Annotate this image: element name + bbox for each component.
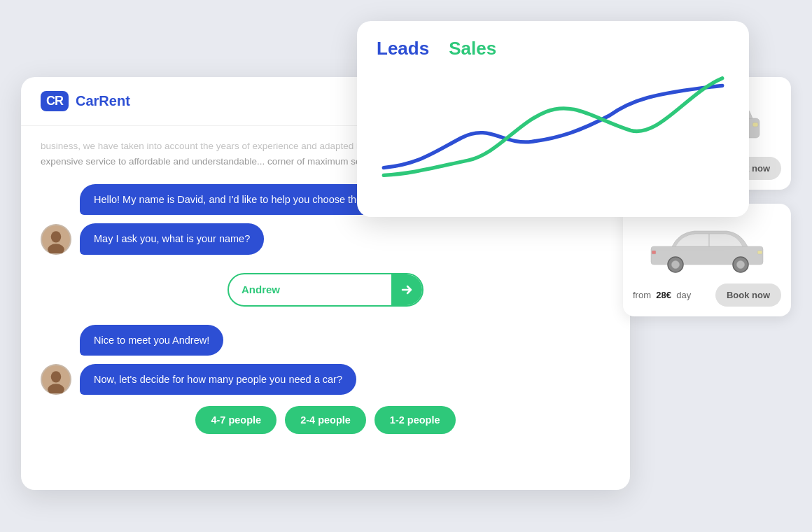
car-image-2: [644, 214, 770, 276]
sales-label: Sales: [449, 38, 496, 59]
bubble-group: Nice to meet you Andrew!: [80, 325, 223, 356]
options-row: 4-7 people 2-4 people 1-2 people: [41, 406, 610, 434]
chat-input-wrapper[interactable]: [227, 273, 424, 307]
arrow-right-icon: [400, 283, 414, 297]
logo-name: CarRent: [76, 93, 130, 109]
svg-point-4: [51, 372, 62, 383]
car-footer-2: from 28€ day Book now: [633, 284, 781, 307]
car-card-2: from 28€ day Book now: [623, 204, 791, 316]
input-row: [41, 273, 610, 307]
chart-svg: [377, 71, 729, 183]
option-1-2-people[interactable]: 1-2 people: [374, 406, 456, 434]
svg-rect-20: [652, 251, 656, 254]
book-now-button-2[interactable]: Book now: [715, 284, 781, 307]
option-2-4-people[interactable]: 2-4 people: [285, 406, 366, 434]
chat-row: May I ask you, what is your name?: [41, 223, 610, 254]
chat-bubble: May I ask you, what is your name?: [80, 223, 264, 254]
svg-point-16: [672, 261, 680, 269]
chart-card: Leads Sales: [357, 21, 749, 217]
svg-point-1: [51, 231, 62, 242]
leads-label: Leads: [377, 38, 429, 59]
logo-acronym: CR: [41, 91, 69, 111]
avatar: [41, 224, 71, 255]
chat-bubble: Now, let's decide for how many people yo…: [80, 364, 356, 395]
chat-input[interactable]: [229, 275, 391, 304]
option-4-7-people[interactable]: 4-7 people: [195, 406, 276, 434]
svg-rect-11: [752, 122, 758, 127]
chat-row: Nice to meet you Andrew!: [41, 325, 610, 356]
svg-rect-19: [757, 251, 762, 254]
avatar: [41, 364, 71, 395]
svg-point-18: [737, 261, 745, 269]
chart-legend: Leads Sales: [377, 38, 729, 59]
bubble-group: Now, let's decide for how many people yo…: [80, 364, 356, 395]
send-button[interactable]: [391, 274, 422, 305]
car-price-2: from 28€ day: [633, 290, 691, 300]
chat-area: Hello! My name is David, and I'd like to…: [41, 184, 610, 434]
bubble-group: May I ask you, what is your name?: [80, 223, 264, 254]
chat-bubble: Nice to meet you Andrew!: [80, 325, 223, 356]
logo: CR CarRent: [41, 91, 130, 111]
chat-row: Now, let's decide for how many people yo…: [41, 364, 610, 395]
